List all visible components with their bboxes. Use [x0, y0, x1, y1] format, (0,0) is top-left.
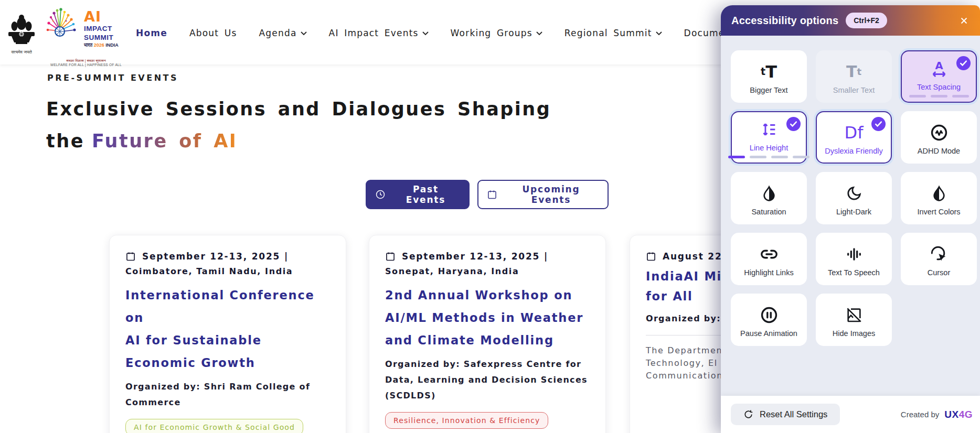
accessibility-options-grid: tT Bigger Text Tt Smaller Text A Text Sp…: [721, 36, 980, 346]
close-icon[interactable]: [957, 14, 971, 27]
event-card[interactable]: September 12-13, 2025 | Coimbatore, Tami…: [109, 235, 346, 433]
section-eyebrow: PRE-SUMMIT EVENTS: [47, 73, 178, 83]
event-card[interactable]: September 12-13, 2025 | Sonepat, Haryana…: [369, 235, 606, 433]
reset-icon: [743, 409, 753, 419]
a11y-option-hide-images[interactable]: Hide Images: [816, 294, 892, 346]
accessibility-panel-header: Accessibility options Ctrl+F2: [721, 5, 980, 36]
saturation-icon: [761, 183, 777, 204]
summit-burst-logo: [44, 6, 82, 51]
a11y-option-light-dark[interactable]: Light-Dark: [816, 172, 892, 224]
text-spacing-level-indicator: [909, 95, 969, 98]
a11y-option-dyslexia-friendly[interactable]: Df Dyslexia Friendly: [816, 111, 892, 164]
accessibility-panel: Accessibility options Ctrl+F2 tT Bigger …: [721, 5, 980, 433]
chevron-down-icon: [536, 31, 542, 36]
calendar-icon: [487, 189, 497, 200]
check-icon: [786, 116, 801, 132]
nav-item-working-groups[interactable]: Working Groups: [451, 28, 542, 38]
event-location: Coimbatore, Tamil Nadu, India: [125, 266, 330, 276]
a11y-option-cursor[interactable]: Cursor: [901, 233, 977, 285]
created-by: Created by UX4G: [901, 409, 973, 420]
a11y-option-saturation[interactable]: Saturation: [731, 172, 807, 224]
check-icon: [956, 56, 971, 71]
check-icon: [871, 116, 886, 132]
chevron-down-icon: [301, 31, 307, 36]
moon-icon: [846, 183, 862, 204]
accessibility-panel-footer: Reset All Settings Created by UX4G: [721, 396, 980, 433]
event-location: Sonepat, Haryana, India: [385, 266, 590, 276]
nav-item-about-us[interactable]: About Us: [189, 28, 237, 38]
reset-all-settings-button[interactable]: Reset All Settings: [731, 404, 840, 425]
chevron-down-icon: [656, 31, 662, 36]
emblem-caption: सत्यमेव जयते: [10, 49, 32, 55]
event-organizer: Organized by: Shri Ram College of Commer…: [125, 379, 330, 410]
chevron-down-icon: [422, 31, 429, 36]
sound-wave-icon: [845, 244, 863, 265]
a11y-option-pause-animation[interactable]: Pause Animation: [731, 294, 807, 346]
event-title[interactable]: International Conference on AI for Susta…: [125, 284, 330, 374]
nav-item-agenda[interactable]: Agenda: [259, 28, 307, 38]
event-date: September 12-13, 2025 |: [125, 251, 330, 262]
calendar-icon: [385, 251, 396, 262]
event-tags: AI for Economic Growth & Social Good Res…: [125, 419, 330, 433]
tag-economic-growth: AI for Economic Growth & Social Good: [125, 419, 303, 433]
pause-icon: [760, 305, 778, 326]
bigger-text-icon: tT: [761, 61, 777, 82]
event-organizer: Organized by: Safexpress Centre for Data…: [385, 356, 590, 404]
text-spacing-icon: A: [930, 58, 949, 79]
svg-text:A: A: [935, 59, 943, 71]
logo-subtitle: भारत 2026 INDIA: [84, 43, 134, 48]
a11y-option-smaller-text[interactable]: Tt Smaller Text: [816, 50, 892, 103]
cursor-icon: [930, 244, 948, 265]
clock-icon: [375, 189, 386, 200]
link-icon: [760, 244, 779, 265]
a11y-option-highlight-links[interactable]: Highlight Links: [731, 233, 807, 285]
adhd-mode-icon: [930, 122, 948, 143]
line-height-level-indicator: [728, 156, 809, 158]
event-title[interactable]: 2nd Annual Workshop on AI/ML Methods in …: [385, 284, 590, 352]
a11y-option-text-to-speech[interactable]: Text To Speech: [816, 233, 892, 285]
nav-item-regional-summit[interactable]: Regional Summit: [564, 28, 662, 38]
past-events-button[interactable]: Past Events: [366, 180, 470, 209]
image-off-icon: [846, 305, 862, 326]
ux4g-logo[interactable]: UX4G: [944, 409, 973, 420]
gradient-title-part: Future of AI: [92, 131, 237, 151]
a11y-option-invert-colors[interactable]: Invert Colors: [901, 172, 977, 224]
nav-item-ai-impact-events[interactable]: AI Impact Events: [329, 28, 429, 38]
dyslexia-friendly-icon: Df: [845, 122, 864, 143]
a11y-option-bigger-text[interactable]: tT Bigger Text: [731, 50, 807, 103]
page-title: Exclusive Sessions and Dialogues Shaping…: [46, 93, 551, 157]
line-height-icon: [760, 119, 778, 140]
invert-colors-icon: [931, 183, 947, 204]
logo-summit: SUMMIT: [84, 34, 134, 41]
shortcut-badge: Ctrl+F2: [846, 13, 887, 28]
main-nav: Home About Us Agenda AI Impact Events Wo…: [136, 28, 794, 38]
nav-item-home[interactable]: Home: [136, 28, 167, 38]
a11y-option-text-spacing[interactable]: A Text Spacing: [901, 50, 977, 103]
event-date: September 12-13, 2025 |: [385, 251, 590, 262]
upcoming-events-button[interactable]: Upcoming Events: [477, 180, 609, 209]
tag-resilience: Resilience, Innovation & Efficiency: [385, 412, 548, 429]
summit-logo-text: AI IMPACT SUMMIT भारत 2026 INDIA: [84, 9, 134, 48]
panel-title: Accessibility options: [731, 15, 838, 27]
india-emblem-logo: सत्यमेव जयते: [7, 10, 36, 61]
logo-ai: AI: [84, 9, 134, 24]
calendar-icon: [646, 251, 656, 262]
logo-impact: IMPACT: [84, 25, 134, 33]
calendar-icon: [125, 251, 136, 262]
a11y-option-adhd-mode[interactable]: ADHD Mode: [901, 111, 977, 164]
logo-taglines: सबका विकास | सबका सुशासन WELFARE FOR ALL…: [44, 59, 128, 67]
a11y-option-line-height[interactable]: Line Height: [731, 111, 807, 164]
event-tags: Resilience, Innovation & Efficiency: [385, 412, 590, 429]
smaller-text-icon: Tt: [846, 61, 861, 82]
